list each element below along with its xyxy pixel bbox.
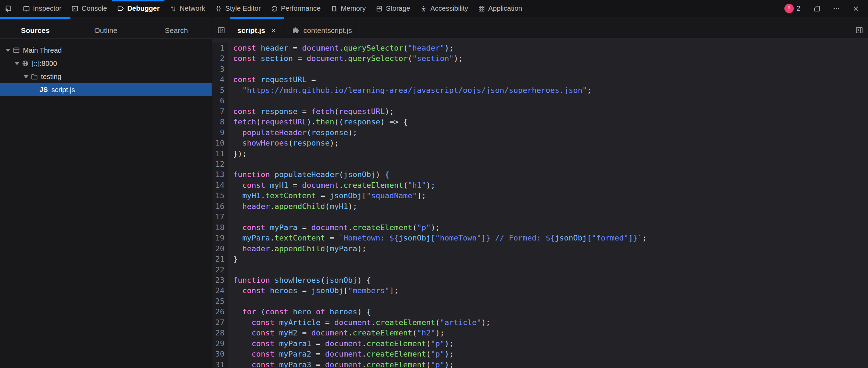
line-number[interactable]: 25 xyxy=(212,296,228,307)
meatball-menu-button[interactable] xyxy=(828,5,844,12)
sources-tree: Main Thread[::]:8000testingJSscript.js xyxy=(0,39,212,368)
panel-tab-outline[interactable]: Outline xyxy=(70,17,141,38)
editor-tab-script-js[interactable]: script.js xyxy=(230,17,284,38)
collapse-panel-right-icon xyxy=(855,26,863,34)
code-text xyxy=(228,265,238,275)
line-number[interactable]: 26 xyxy=(212,307,228,317)
code-line-10: 10 showHeroes(response); xyxy=(212,138,868,148)
source-panel-tabs: SourcesOutlineSearch xyxy=(0,17,212,38)
line-number[interactable]: 23 xyxy=(212,275,228,286)
tool-tab-debugger[interactable]: Debugger xyxy=(112,0,164,17)
code-text: const myPara3 = document.createElement("… xyxy=(228,360,454,368)
code-line-19: 19 myPara.textContent = `Hometown: ${jso… xyxy=(212,233,868,243)
code-line-7: 7const response = fetch(requestURL); xyxy=(212,106,868,117)
code-line-22: 22 xyxy=(212,265,868,275)
tree-item-testing[interactable]: testing xyxy=(0,70,212,83)
close-devtools-button[interactable] xyxy=(848,5,864,12)
editor-tab-label: contentscript.js xyxy=(304,26,352,35)
collapse-sources-panel-button[interactable] xyxy=(212,17,230,38)
line-number[interactable]: 2 xyxy=(212,53,228,64)
line-number[interactable]: 13 xyxy=(212,169,228,180)
line-number[interactable]: 8 xyxy=(212,117,228,127)
tool-tab-memory[interactable]: Memory xyxy=(325,0,371,17)
tool-tab-application[interactable]: Application xyxy=(473,0,527,17)
error-count-label: 2 xyxy=(797,5,800,12)
line-number[interactable]: 20 xyxy=(212,244,228,254)
twisty-expanded-icon[interactable] xyxy=(3,49,12,52)
tool-tab-label: Inspector xyxy=(33,5,61,12)
line-number[interactable]: 6 xyxy=(212,96,228,106)
line-number[interactable]: 12 xyxy=(212,159,228,169)
tree-item-label: [::]:8000 xyxy=(32,60,57,68)
pick-element-button[interactable] xyxy=(0,0,16,17)
code-text: const header = document.querySelector("h… xyxy=(228,43,454,53)
code-text: populateHeader(response); xyxy=(228,128,357,138)
debugger-icon xyxy=(117,5,125,12)
tool-tab-accessibility[interactable]: Accessibility xyxy=(415,0,473,17)
code-line-13: 13function populateHeader(jsonObj) { xyxy=(212,169,868,180)
line-number[interactable]: 19 xyxy=(212,233,228,243)
line-number[interactable]: 5 xyxy=(212,85,228,96)
line-number[interactable]: 16 xyxy=(212,201,228,212)
tool-tab-network[interactable]: Network xyxy=(164,0,210,17)
code-line-28: 28 const myH2 = document.createElement("… xyxy=(212,328,868,338)
line-number[interactable]: 29 xyxy=(212,339,228,349)
line-number[interactable]: 7 xyxy=(212,106,228,117)
line-number[interactable]: 9 xyxy=(212,128,228,138)
code-line-3: 3 xyxy=(212,64,868,75)
code-text xyxy=(228,159,238,169)
tool-tab-style-editor[interactable]: Style Editor xyxy=(210,0,265,17)
line-number[interactable]: 15 xyxy=(212,191,228,201)
code-text: const myH2 = document.createElement("h2"… xyxy=(228,328,444,338)
line-number[interactable]: 10 xyxy=(212,138,228,148)
code-text: const response = fetch(requestURL); xyxy=(228,106,394,117)
code-text xyxy=(228,64,238,75)
line-number[interactable]: 28 xyxy=(212,328,228,338)
line-number[interactable]: 21 xyxy=(212,254,228,264)
code-line-30: 30 const myPara2 = document.createElemen… xyxy=(212,349,868,359)
panel-tab-search[interactable]: Search xyxy=(141,17,212,38)
code-line-11: 11}); xyxy=(212,149,868,159)
performance-icon xyxy=(271,5,278,12)
responsive-design-mode-button[interactable] xyxy=(809,5,825,12)
line-number[interactable]: 30 xyxy=(212,349,228,359)
code-line-21: 21} xyxy=(212,254,868,264)
twisty-expanded-icon[interactable] xyxy=(12,62,22,65)
code-editor[interactable]: 1const header = document.querySelector("… xyxy=(212,39,868,368)
line-number[interactable]: 14 xyxy=(212,180,228,191)
line-number[interactable]: 1 xyxy=(212,43,228,53)
code-text: function populateHeader(jsonObj) { xyxy=(228,169,389,180)
editor-tab-contentscript-js[interactable]: contentscript.js xyxy=(284,17,359,38)
tool-tab-storage[interactable]: Storage xyxy=(371,0,415,17)
tool-tab-label: Accessibility xyxy=(430,5,468,12)
tree-item--8000[interactable]: [::]:8000 xyxy=(0,57,212,70)
code-line-5: 5 "https://mdn.github.io/learning-area/j… xyxy=(212,85,868,96)
meatball-menu-icon xyxy=(833,5,840,12)
line-number[interactable]: 3 xyxy=(212,64,228,75)
line-number[interactable]: 31 xyxy=(212,360,228,368)
line-number[interactable]: 4 xyxy=(212,75,228,85)
tool-tab-inspector[interactable]: Inspector xyxy=(18,0,66,17)
puzzle-icon xyxy=(291,26,299,35)
tree-item-Main-Thread[interactable]: Main Thread xyxy=(0,44,212,57)
twisty-expanded-icon[interactable] xyxy=(22,75,31,78)
collapse-right-panes-button[interactable] xyxy=(850,17,868,38)
line-number[interactable]: 18 xyxy=(212,222,228,233)
code-line-17: 17 xyxy=(212,212,868,222)
line-number[interactable]: 22 xyxy=(212,265,228,275)
tree-item-script-js[interactable]: JSscript.js xyxy=(0,83,212,96)
close-tab-icon[interactable] xyxy=(270,27,277,34)
line-number[interactable]: 17 xyxy=(212,212,228,222)
line-number[interactable]: 24 xyxy=(212,286,228,296)
code-line-24: 24 const heroes = jsonObj["members"]; xyxy=(212,286,868,296)
tool-tab-console[interactable]: Console xyxy=(66,0,112,17)
error-count-button[interactable]: ! 2 xyxy=(784,4,800,13)
line-number[interactable]: 11 xyxy=(212,149,228,159)
tool-tab-performance[interactable]: Performance xyxy=(266,0,326,17)
tree-item-label: testing xyxy=(41,73,61,81)
toolbar-separator xyxy=(17,3,17,14)
code-text: showHeroes(response); xyxy=(228,138,339,148)
line-number[interactable]: 27 xyxy=(212,317,228,328)
code-text: }); xyxy=(228,149,247,159)
panel-tab-sources[interactable]: Sources xyxy=(0,17,70,38)
